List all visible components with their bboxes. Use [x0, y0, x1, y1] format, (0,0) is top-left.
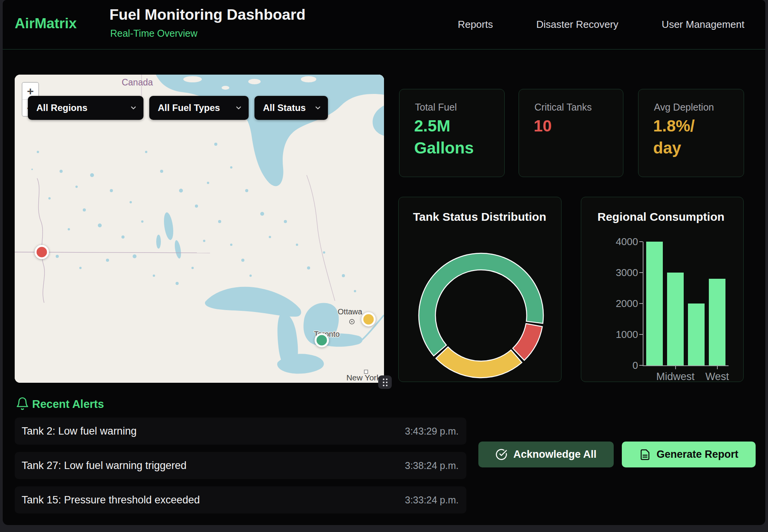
status-filter-value: All Status	[263, 102, 306, 113]
stat-value: 1.8%/day	[653, 115, 695, 159]
fuel-type-filter-value: All Fuel Types	[158, 102, 220, 113]
bell-icon	[15, 397, 29, 411]
acknowledge-all-label: Acknowledge All	[513, 448, 596, 460]
resize-grip-handle[interactable]	[378, 375, 392, 389]
tank-marker-normal[interactable]	[316, 334, 328, 346]
stat-label: Avg Depletion	[654, 102, 714, 113]
y-tick-mark	[639, 272, 643, 273]
tank-status-donut-chart	[399, 197, 562, 382]
page-subtitle: Real-Time Overview	[110, 28, 198, 39]
tank-marker-critical[interactable]	[36, 246, 48, 258]
y-tick-label: 1000	[601, 329, 638, 341]
header: AirMatrix Fuel Monitoring Dashboard Real…	[3, 0, 765, 49]
y-tick-mark	[639, 303, 643, 304]
dashboard-window: AirMatrix Fuel Monitoring Dashboard Real…	[3, 0, 765, 525]
alert-row[interactable]: Tank 27: Low fuel warning triggered 3:38…	[15, 452, 466, 479]
stat-label: Critical Tanks	[534, 102, 592, 113]
status-filter-dropdown[interactable]: All Status	[254, 96, 328, 120]
map-label-ottawa: Ottawa	[338, 307, 362, 316]
generate-report-label: Generate Report	[657, 448, 739, 460]
grip-dots-icon	[381, 377, 389, 387]
y-tick-mark	[639, 241, 643, 242]
x-tick-label: West	[690, 371, 744, 383]
recent-alerts-title: Recent Alerts	[32, 398, 104, 411]
chevron-down-icon	[235, 104, 242, 112]
x-axis-line	[643, 365, 729, 366]
donut-segment-critical	[513, 324, 543, 360]
tank-marker-warning[interactable]	[362, 313, 375, 326]
alert-text: Tank 15: Pressure threshold exceeded	[22, 494, 200, 506]
alert-timestamp: 3:43:29 p.m.	[405, 426, 459, 437]
map-filters: All Regions All Fuel Types All Status	[28, 96, 328, 120]
alert-text: Tank 2: Low fuel warning	[22, 425, 137, 437]
y-tick-mark	[639, 365, 643, 366]
stat-label: Total Fuel	[415, 102, 457, 113]
stat-value: 10	[534, 115, 552, 137]
map-island	[248, 79, 261, 84]
bar-Midwest	[667, 273, 684, 365]
chevron-down-icon	[130, 104, 137, 112]
alert-timestamp: 3:33:24 p.m.	[405, 494, 459, 506]
alert-timestamp: 3:38:24 p.m.	[405, 460, 459, 471]
page-title: Fuel Monitoring Dashboard	[109, 6, 305, 23]
stat-value: 2.5MGallons	[414, 115, 474, 159]
file-text-icon	[639, 449, 651, 460]
y-tick-label: 0	[601, 360, 638, 372]
acknowledge-all-button[interactable]: Acknowledge All	[478, 442, 614, 467]
y-tick-label: 4000	[601, 236, 638, 248]
y-axis-line	[643, 242, 643, 366]
stat-card-total-fuel: Total Fuel 2.5MGallons	[399, 89, 505, 177]
bar-series-3	[688, 304, 705, 365]
fuel-type-filter-dropdown[interactable]: All Fuel Types	[149, 96, 249, 120]
regional-consumption-bar-chart: 01000200030004000MidwestWest	[581, 197, 744, 382]
region-filter-value: All Regions	[36, 102, 87, 113]
main-nav: Reports Disaster Recovery User Managemen…	[458, 0, 744, 49]
map-panel[interactable]: Canada Ottawa Toronto New York + − All R…	[15, 75, 384, 383]
region-filter-dropdown[interactable]: All Regions	[28, 96, 143, 120]
brand-logo: AirMatrix	[15, 15, 77, 32]
y-tick-label: 2000	[601, 298, 638, 310]
alert-row[interactable]: Tank 15: Pressure threshold exceeded 3:3…	[15, 486, 466, 513]
regional-consumption-card: Regional Consumption 01000200030004000Mi…	[581, 197, 744, 382]
stat-card-avg-depletion: Avg Depletion 1.8%/day	[638, 89, 744, 177]
map-label-country: Canada	[122, 77, 153, 87]
y-tick-label: 3000	[601, 267, 638, 279]
alert-row[interactable]: Tank 2: Low fuel warning 3:43:29 p.m.	[15, 418, 466, 445]
generate-report-button[interactable]: Generate Report	[622, 442, 756, 467]
bar-West	[709, 279, 725, 365]
nav-reports[interactable]: Reports	[458, 19, 493, 31]
bar-series-1	[646, 242, 663, 365]
nav-disaster-recovery[interactable]: Disaster Recovery	[536, 19, 618, 31]
map-town-symbol-new-york	[364, 370, 368, 373]
chevron-down-icon	[314, 104, 322, 112]
y-tick-mark	[639, 334, 643, 335]
map-label-new-york: New York	[346, 373, 381, 382]
map-island	[222, 86, 229, 90]
tank-status-card: Tank Status Distribution	[398, 197, 561, 382]
map-canvas: Canada Ottawa Toronto New York	[15, 75, 384, 383]
stat-card-critical-tanks: Critical Tanks 10	[519, 89, 623, 177]
x-tick-mark	[717, 366, 718, 369]
check-circle-icon	[495, 448, 507, 460]
map-island	[183, 76, 202, 82]
map-lake	[156, 235, 161, 249]
nav-user-management[interactable]: User Management	[662, 19, 744, 31]
alert-text: Tank 27: Low fuel warning triggered	[22, 460, 186, 472]
x-tick-mark	[675, 366, 676, 369]
donut-segment-warning	[436, 347, 522, 378]
map-island	[301, 76, 316, 82]
